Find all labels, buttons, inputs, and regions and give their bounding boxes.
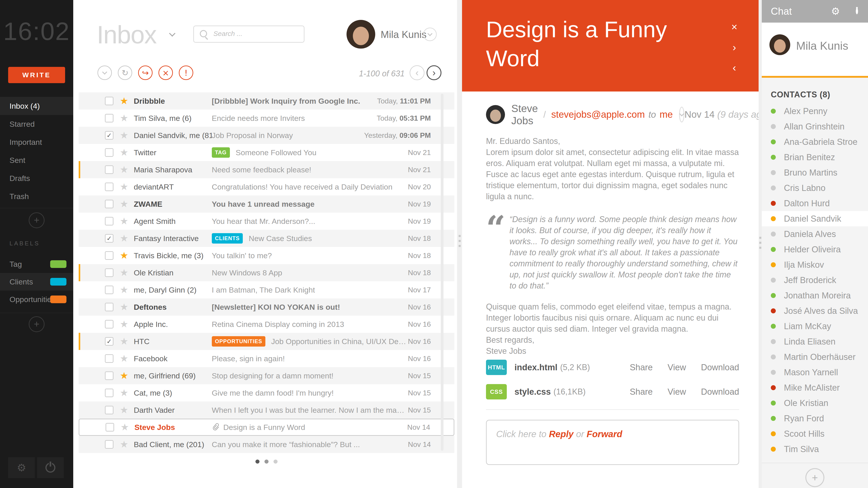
email-row[interactable]: ★Dribbble[Dribbble] Work Inquiry from Go… [79, 92, 454, 109]
star-icon[interactable]: ★ [120, 354, 128, 363]
to-recipient[interactable]: me [659, 109, 673, 120]
sidebar-item-sent[interactable]: Sent [0, 151, 73, 169]
scrollbar[interactable] [441, 94, 443, 451]
email-row[interactable]: ✓★HTCOPPORTUNITIESJob Opportunities in C… [79, 333, 454, 350]
contact-row[interactable]: José Alves da Silva [762, 303, 868, 319]
close-icon[interactable]: × [731, 22, 737, 32]
star-icon[interactable]: ★ [120, 268, 128, 278]
contact-row[interactable]: Ryan Ford [762, 411, 868, 426]
email-row[interactable]: ★Maria SharapovaNeed some feedback pleas… [79, 161, 454, 178]
email-checkbox[interactable] [105, 406, 114, 414]
alert-button[interactable]: ! [179, 66, 193, 80]
star-icon[interactable]: ★ [120, 165, 128, 174]
email-checkbox[interactable] [105, 320, 114, 328]
user-menu-button[interactable] [423, 28, 437, 41]
star-icon[interactable]: ★ [121, 422, 129, 432]
email-row[interactable]: ★Steve JobsDesign is a Funny WordNov 14 [79, 419, 454, 436]
email-checkbox[interactable] [105, 268, 114, 277]
prev-message-icon[interactable]: ‹ [733, 62, 736, 73]
sender-email[interactable]: stevejobs@apple.com [551, 109, 645, 120]
email-row[interactable]: ★ZWAMEYou have 1 unread messageNov 19 [79, 195, 454, 213]
email-row[interactable]: ★Bad Client, me (201)Can you make it mor… [79, 436, 454, 453]
list-resize-handle[interactable] [459, 235, 461, 237]
contact-row[interactable]: Alex Penny [762, 103, 868, 119]
sidebar-label-clients[interactable]: Clients [0, 273, 73, 291]
delete-button[interactable]: × [158, 66, 173, 80]
contact-row[interactable]: Dalton Hurd [762, 196, 868, 211]
star-icon[interactable]: ★ [120, 217, 128, 226]
contact-row[interactable]: Bruno Martins [762, 165, 868, 180]
email-checkbox[interactable] [105, 97, 114, 105]
contact-row[interactable]: Jeff Broderick [762, 272, 868, 288]
chat-settings-icon[interactable]: ⚙ [831, 6, 840, 16]
view-link[interactable]: View [668, 387, 686, 397]
sidebar-item-trash[interactable]: Trash [0, 187, 73, 205]
contact-row[interactable]: Linda Eliasen [762, 334, 868, 349]
page-dot[interactable] [274, 459, 278, 464]
sidebar-item-inbox[interactable]: Inbox (4) [0, 97, 73, 115]
contact-row[interactable]: Tim Silva [762, 442, 868, 457]
write-button[interactable]: WRITE [8, 67, 65, 83]
prev-page-button[interactable]: ‹ [410, 65, 425, 80]
star-icon[interactable]: ★ [120, 131, 128, 140]
contact-row[interactable]: Cris Labno [762, 180, 868, 196]
star-icon[interactable]: ★ [120, 388, 128, 398]
forward-button[interactable]: ↪ [138, 66, 153, 80]
email-checkbox[interactable] [105, 354, 114, 363]
email-row[interactable]: ★Travis Bickle, me (3)You talkin' to me?… [79, 247, 454, 264]
email-checkbox[interactable] [105, 183, 114, 191]
refresh-button[interactable]: ↻ [118, 66, 132, 80]
reply-link[interactable]: Reply [549, 429, 574, 439]
download-link[interactable]: Download [701, 363, 739, 372]
share-link[interactable]: Share [630, 387, 653, 397]
email-checkbox[interactable] [105, 114, 114, 123]
contact-row[interactable]: Helder Oliveira [762, 242, 868, 257]
forward-link[interactable]: Forward [587, 429, 622, 439]
email-row[interactable]: ★Deftones[Newsletter] KOI NO YOKAN is ou… [79, 298, 454, 316]
message-details-button[interactable] [679, 107, 684, 123]
contact-row[interactable]: Martin Oberhäuser [762, 349, 868, 365]
email-checkbox[interactable] [105, 217, 114, 225]
contact-row[interactable]: Ilja Miskov [762, 257, 868, 272]
add-folder-button[interactable]: + [29, 213, 44, 228]
email-checkbox[interactable] [105, 303, 114, 311]
contact-row[interactable]: Ana-Gabriela Stroe [762, 134, 868, 150]
chat-user-avatar[interactable] [770, 34, 790, 55]
email-row[interactable]: ✓★Fantasy InteractiveCLIENTSNew Case Stu… [79, 230, 454, 247]
email-checkbox[interactable] [105, 371, 114, 380]
email-checkbox[interactable]: ✓ [105, 234, 114, 242]
email-checkbox[interactable] [105, 389, 114, 397]
email-row[interactable]: ★Cat, me (3)Give me the damn food! I'm h… [79, 384, 454, 401]
email-row[interactable]: ★FacebookPlease, sign in again!Nov 16 [79, 350, 454, 367]
email-row[interactable]: ★Darth VaderWhen I left you I was but th… [79, 401, 454, 419]
email-checkbox[interactable] [105, 286, 114, 294]
email-checkbox[interactable] [105, 165, 114, 174]
email-row[interactable]: ★deviantARTCongratulations! You have rec… [79, 178, 454, 195]
sidebar-label-opportunities[interactable]: Opportunities [0, 291, 73, 308]
email-checkbox[interactable] [105, 440, 114, 449]
star-icon[interactable]: ★ [120, 371, 128, 381]
email-checkbox[interactable]: ✓ [105, 131, 114, 140]
email-row[interactable]: ★Ole KristianNew Windows 8 AppNov 18 [79, 264, 454, 281]
contact-row[interactable]: Ole Kristian [762, 395, 868, 411]
star-icon[interactable]: ★ [120, 96, 128, 106]
star-icon[interactable]: ★ [120, 148, 128, 157]
contact-row[interactable]: Scoot Hills [762, 426, 868, 442]
email-checkbox[interactable] [105, 148, 114, 157]
email-checkbox[interactable] [105, 251, 114, 260]
add-contact-button[interactable]: + [805, 468, 825, 487]
sender-avatar[interactable] [486, 105, 505, 124]
star-icon[interactable]: ★ [120, 113, 128, 123]
star-icon[interactable]: ★ [120, 285, 128, 295]
email-checkbox[interactable] [105, 423, 114, 431]
search-input[interactable] [213, 26, 300, 41]
star-icon[interactable]: ★ [120, 182, 128, 192]
sidebar-label-tag[interactable]: Tag [0, 255, 73, 273]
settings-button[interactable]: ⚙ [8, 457, 35, 478]
email-checkbox[interactable] [105, 200, 114, 208]
add-label-button[interactable]: + [29, 316, 44, 332]
reply-box[interactable]: Click here to Reply or Forward [486, 420, 739, 465]
share-link[interactable]: Share [630, 363, 653, 372]
page-dot[interactable] [265, 459, 269, 464]
sidebar-item-starred[interactable]: Starred [0, 115, 73, 133]
